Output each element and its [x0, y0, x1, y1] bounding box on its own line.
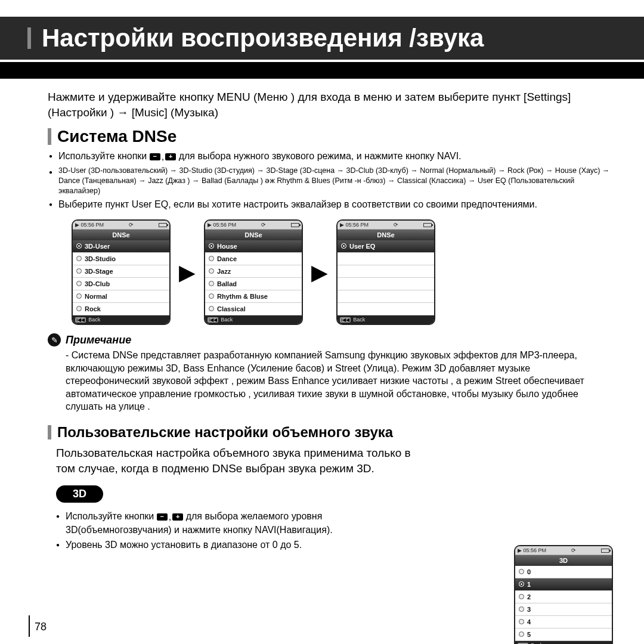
list-item[interactable]: 1 [515, 578, 612, 591]
section-heading-3d: Пользовательские настройки объемного зву… [48, 424, 615, 441]
section-heading-dnse: Система DNSe [48, 127, 615, 146]
divider [0, 62, 644, 79]
bullet-1: Используйте кнопки − , + для выбора нужн… [58, 150, 615, 163]
list-item[interactable]: 3D-Studio [73, 253, 169, 265]
note-heading: ✎ Примечание [48, 333, 615, 346]
list-item[interactable]: Dance [205, 253, 302, 265]
section2-para: Пользовательская настройка объемного зву… [56, 445, 426, 476]
bullet-3: Выберите пункт User EQ, если вы хотите н… [58, 198, 615, 211]
back-button[interactable]: Back [221, 317, 233, 323]
device-screen-3d: ▶ 05:56 PM⟳ 3D 0 1 2 3 4 5 I◀◀Back [514, 545, 613, 644]
device-screen-2: ▶ 05:56 PM⟳ DNSe House Dance Jazz Ballad… [204, 219, 303, 325]
note-icon: ✎ [48, 333, 61, 346]
list-item[interactable]: House [205, 240, 302, 253]
list-item[interactable]: 5 [515, 628, 612, 641]
minus-plus-icon: − , + [157, 510, 183, 524]
list-item[interactable]: Rhythm & Bluse [205, 290, 302, 303]
badge-3d: 3D [56, 485, 103, 503]
list-item[interactable]: 3D-Stage [73, 265, 169, 278]
list-item [338, 278, 434, 290]
rewind-icon: I◀◀ [75, 317, 86, 323]
device-screen-1: ▶ 05:56 PM⟳ DNSe 3D-User 3D-Studio 3D-St… [72, 219, 171, 325]
list-item[interactable]: 4 [515, 616, 612, 628]
rewind-icon: I◀◀ [340, 317, 351, 323]
page-title: Настройки воспроизведения /звука [0, 17, 644, 60]
list-item[interactable]: Jazz [205, 265, 302, 278]
list-item[interactable]: User EQ [338, 240, 434, 253]
title-text: Настройки воспроизведения /звука [42, 24, 484, 52]
list-item [338, 253, 434, 265]
battery-icon [291, 223, 299, 227]
list-item [338, 290, 434, 303]
screens-row: ▶ 05:56 PM⟳ DNSe 3D-User 3D-Studio 3D-St… [72, 219, 615, 325]
list-item[interactable]: Ballad [205, 278, 302, 290]
list-item[interactable]: 2 [515, 591, 612, 603]
list-item[interactable]: 3 [515, 603, 612, 616]
list-item[interactable]: Rock [73, 303, 169, 315]
battery-icon [159, 223, 167, 227]
bullet-3d-1: Используйте кнопки − , + для выбора жела… [66, 510, 400, 536]
back-button[interactable]: Back [88, 317, 100, 323]
list-item[interactable]: 0 [515, 566, 612, 578]
battery-icon [423, 223, 432, 227]
page-rule [29, 615, 30, 637]
note-body: - Система DNSe представляет разработанну… [66, 349, 615, 413]
list-item [338, 265, 434, 278]
bullet-2: 3D-User (3D-пользовательский) → 3D-Studi… [58, 166, 615, 196]
list-item[interactable]: Classical [205, 303, 302, 315]
device-screen-3: ▶ 05:56 PM⟳ DNSe User EQ I◀◀Back [336, 219, 435, 325]
intro-text: Нажмите и удерживайте кнопку MENU (Меню … [48, 89, 615, 120]
arrow-right-icon: ▶ [311, 260, 328, 285]
list-item [338, 303, 434, 315]
rewind-icon: I◀◀ [208, 317, 218, 323]
list-item[interactable]: 3D-User [73, 240, 169, 253]
minus-plus-icon: − , + [150, 150, 176, 163]
battery-icon [601, 549, 609, 553]
list-item[interactable]: Normal [73, 290, 169, 303]
arrow-right-icon: ▶ [179, 260, 196, 285]
page-number: 78 [35, 621, 47, 633]
back-button[interactable]: Back [353, 317, 365, 323]
list-item[interactable]: 3D-Club [73, 278, 169, 290]
